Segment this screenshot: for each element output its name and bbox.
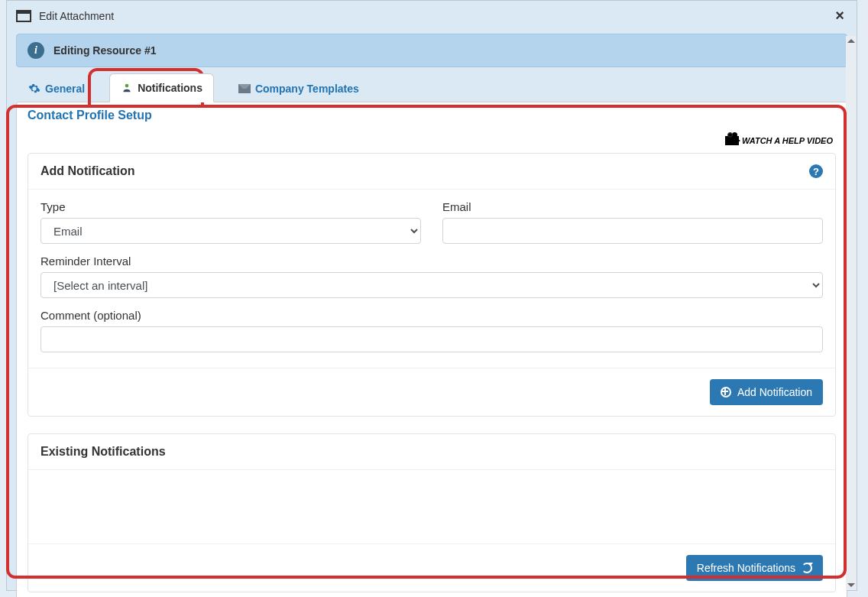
interval-label: Reminder Interval bbox=[40, 255, 823, 268]
camera-icon bbox=[725, 136, 739, 145]
help-video-link[interactable]: WATCH A HELP VIDEO bbox=[725, 136, 833, 145]
refresh-icon bbox=[802, 563, 812, 573]
existing-panel-header: Existing Notifications bbox=[28, 434, 835, 470]
email-input[interactable] bbox=[442, 218, 823, 244]
existing-panel-title: Existing Notifications bbox=[40, 445, 166, 459]
comment-label: Comment (optional) bbox=[40, 309, 823, 322]
info-banner: i Editing Resource #1 bbox=[16, 34, 847, 67]
add-notification-panel: Add Notification ? Type Email Email bbox=[28, 153, 836, 417]
section-title: Contact Profile Setup bbox=[24, 109, 155, 122]
info-icon: i bbox=[28, 42, 44, 59]
add-button-label: Add Notification bbox=[737, 386, 812, 398]
tabs: General Notifications Company Templates bbox=[7, 73, 857, 102]
help-icon[interactable]: ? bbox=[809, 164, 823, 178]
close-button[interactable]: × bbox=[832, 7, 847, 24]
mail-icon bbox=[238, 83, 251, 95]
info-banner-text: Editing Resource #1 bbox=[53, 44, 157, 57]
tab-notifications[interactable]: Notifications bbox=[109, 73, 214, 102]
modal: Edit Attachment × i Editing Resource #1 … bbox=[6, 0, 857, 591]
plus-circle-icon bbox=[721, 387, 731, 397]
svg-point-0 bbox=[125, 84, 129, 88]
add-panel-title: Add Notification bbox=[40, 164, 135, 178]
help-video-label: WATCH A HELP VIDEO bbox=[742, 136, 833, 145]
tab-company-templates[interactable]: Company Templates bbox=[228, 75, 370, 102]
interval-field: Reminder Interval [Select an interval] bbox=[40, 255, 823, 298]
type-select[interactable]: Email bbox=[40, 218, 421, 244]
gear-icon bbox=[28, 83, 40, 95]
existing-panel-body bbox=[28, 470, 835, 543]
type-field: Type Email bbox=[40, 200, 421, 244]
comment-input[interactable] bbox=[40, 326, 823, 352]
tab-notifications-label: Notifications bbox=[138, 82, 202, 94]
scroll-up-icon[interactable] bbox=[847, 39, 855, 43]
modal-header: Edit Attachment × bbox=[7, 1, 857, 31]
person-icon bbox=[121, 82, 133, 94]
modal-title: Edit Attachment bbox=[39, 10, 114, 22]
add-notification-button[interactable]: Add Notification bbox=[710, 379, 823, 405]
email-field: Email bbox=[442, 200, 823, 244]
scrollbar[interactable] bbox=[846, 36, 857, 590]
window-icon bbox=[16, 10, 31, 22]
scroll-thumb[interactable] bbox=[847, 47, 856, 579]
refresh-button-label: Refresh Notifications bbox=[697, 562, 795, 574]
scroll-down-icon[interactable] bbox=[847, 583, 855, 587]
interval-select[interactable]: [Select an interval] bbox=[40, 272, 823, 298]
refresh-notifications-button[interactable]: Refresh Notifications bbox=[686, 555, 823, 581]
tab-general[interactable]: General bbox=[18, 75, 96, 102]
tab-company-templates-label: Company Templates bbox=[255, 83, 359, 95]
tab-content: Contact Profile Setup WATCH A HELP VIDEO… bbox=[16, 102, 847, 597]
email-label: Email bbox=[442, 200, 823, 213]
tab-general-label: General bbox=[45, 83, 85, 95]
type-label: Type bbox=[40, 200, 421, 213]
existing-notifications-panel: Existing Notifications Refresh Notificat… bbox=[28, 433, 836, 592]
comment-field: Comment (optional) bbox=[40, 309, 823, 352]
add-panel-header: Add Notification ? bbox=[28, 154, 835, 190]
